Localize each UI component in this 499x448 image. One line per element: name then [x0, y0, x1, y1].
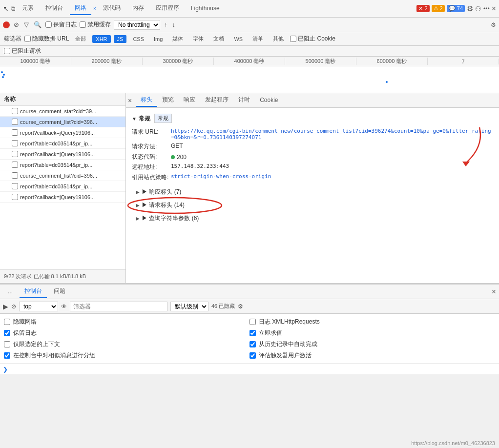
detail-close-button[interactable]: ×: [128, 97, 132, 104]
list-item-checkbox-8[interactable]: [12, 194, 18, 200]
console-panel-close[interactable]: ×: [492, 287, 496, 296]
query-params-header[interactable]: ▶ ▶ 查询字符串参数 (6): [136, 213, 493, 224]
autocomplete-checkbox[interactable]: [250, 341, 256, 347]
tab-console[interactable]: 控制台: [41, 2, 68, 15]
stop-button[interactable]: ⊘: [11, 303, 16, 310]
detail-tab-preview[interactable]: 预览: [157, 94, 179, 107]
preserve-log-label[interactable]: 保留日志: [45, 20, 77, 29]
blocked-requests-label[interactable]: 已阻止请求: [4, 47, 41, 55]
list-item-checkbox-1[interactable]: [12, 119, 18, 125]
settings-icon[interactable]: ⚙: [467, 4, 473, 13]
filter-all[interactable]: 全部: [72, 34, 89, 43]
list-item-checkbox-2[interactable]: [12, 129, 18, 136]
list-item-checkbox-7[interactable]: [12, 183, 18, 189]
list-item-checkbox-0[interactable]: [12, 108, 18, 114]
console-tab-issues[interactable]: 问题: [49, 285, 70, 298]
list-item-checkbox-4[interactable]: [12, 151, 18, 157]
stop-recording-icon[interactable]: ⊘: [13, 20, 20, 29]
preserve-log-checkbox[interactable]: [45, 21, 52, 28]
list-item-checkbox-3[interactable]: [12, 140, 18, 146]
list-item-selected[interactable]: course_comment_list?cid=396...: [0, 117, 125, 127]
tab-network[interactable]: 网络: [70, 2, 91, 15]
tab-application[interactable]: 应用程序: [151, 2, 184, 15]
msg-icon: 💬: [449, 5, 456, 11]
list-item[interactable]: course_comment_stat?cid=39...: [0, 106, 125, 117]
network-settings-icon[interactable]: ⚙: [491, 21, 496, 28]
filter-font[interactable]: 字体: [189, 34, 207, 43]
filter-img[interactable]: Img: [150, 35, 166, 43]
tab-source[interactable]: 源代码: [98, 2, 125, 15]
filter-js[interactable]: JS: [114, 35, 127, 43]
tab-network-close[interactable]: ×: [93, 6, 96, 11]
disable-cache-label[interactable]: 禁用缓存: [80, 20, 111, 29]
hide-url-checkbox[interactable]: [24, 36, 31, 42]
user-activation-checkbox[interactable]: [250, 352, 256, 359]
tab-memory[interactable]: 内存: [127, 2, 149, 15]
eye-icon[interactable]: 👁: [61, 303, 67, 310]
hide-url-label[interactable]: 隐藏数据 URL: [24, 35, 69, 43]
profile-icon[interactable]: ⚇: [475, 5, 481, 13]
filter-icon[interactable]: ▽: [23, 20, 30, 29]
detail-tab-initiator[interactable]: 发起程序: [200, 94, 233, 107]
record-button[interactable]: [3, 21, 10, 28]
close-icon[interactable]: ×: [492, 4, 496, 13]
detail-tab-response[interactable]: 响应: [179, 94, 200, 107]
list-item-checkbox-6[interactable]: [12, 172, 18, 179]
filter-manifest[interactable]: 清单: [249, 34, 267, 43]
filter-other[interactable]: 其他: [270, 34, 287, 43]
upload-icon[interactable]: ↑: [163, 20, 168, 29]
option-group-similar[interactable]: 在控制台中对相似消息进行分组: [4, 351, 250, 360]
option-autocomplete[interactable]: 从历史记录中自动完成: [250, 340, 495, 348]
console-tab-more[interactable]: ...: [3, 286, 18, 298]
hide-network-checkbox[interactable]: [4, 319, 10, 325]
list-item[interactable]: report?callback=jQuery19106...: [0, 192, 125, 203]
blocked-cookie-checkbox[interactable]: [290, 36, 296, 42]
console-tab-console[interactable]: 控制台: [20, 285, 47, 298]
console-settings-icon[interactable]: ⚙: [238, 303, 243, 310]
throttle-select[interactable]: No throttling: [114, 20, 160, 30]
log-xhr-checkbox[interactable]: [250, 319, 256, 325]
group-similar-checkbox[interactable]: [4, 352, 10, 359]
response-headers-header[interactable]: ▶ ▶ 响应标头 (7): [136, 186, 493, 198]
list-item[interactable]: report?callback=jQuery19106...: [0, 127, 125, 138]
more-icon[interactable]: •••: [483, 5, 490, 12]
execute-button[interactable]: ▶: [3, 303, 8, 310]
list-item[interactable]: report?table=dc03514&pr_ip...: [0, 160, 125, 170]
option-hide-network[interactable]: 隐藏网络: [4, 318, 250, 326]
list-item[interactable]: course_comment_list?cid=396...: [0, 170, 125, 181]
detail-tab-cookie[interactable]: Cookie: [255, 95, 283, 106]
filter-doc[interactable]: 文档: [210, 34, 228, 43]
option-selected-context[interactable]: 仅限选定的上下文: [4, 340, 250, 348]
request-headers-header[interactable]: ▶ ▶ 请求标头 (14): [136, 200, 493, 211]
option-log-xhr[interactable]: 日志 XMLHttpRequests: [250, 318, 495, 326]
list-item[interactable]: report?table=dc03514&pr_ip...: [0, 138, 125, 149]
filter-xhr[interactable]: XHR: [92, 35, 110, 43]
list-item[interactable]: report?callback=jQuery19106...: [0, 149, 125, 160]
detail-tab-timing[interactable]: 计时: [233, 94, 255, 107]
option-preserve-log[interactable]: 保留日志: [4, 329, 250, 337]
option-user-activation[interactable]: 评估触发器用户激活: [250, 351, 495, 360]
dock-icon[interactable]: ⧉: [11, 5, 15, 13]
filter-ws[interactable]: WS: [230, 35, 246, 43]
download-icon[interactable]: ↓: [171, 20, 177, 29]
selected-context-checkbox[interactable]: [4, 341, 10, 347]
blocked-cookie-label[interactable]: 已阻止 Cookie: [290, 35, 335, 43]
level-select[interactable]: 默认级别: [170, 302, 208, 311]
preserve-log-checkbox[interactable]: [4, 330, 10, 336]
eager-eval-checkbox[interactable]: [250, 330, 256, 336]
option-eager-eval[interactable]: 立即求值: [250, 329, 495, 337]
timeline-chart[interactable]: [0, 66, 499, 93]
tab-element[interactable]: 元素: [17, 2, 39, 15]
general-header[interactable]: ▼ 常规: [132, 115, 150, 123]
detail-tab-headers[interactable]: 标头: [136, 94, 157, 107]
tab-lighthouse[interactable]: Lighthouse: [186, 3, 225, 15]
list-item-checkbox-5[interactable]: [12, 162, 18, 168]
disable-cache-checkbox[interactable]: [80, 21, 86, 28]
list-item[interactable]: report?table=dc03514&pr_ip...: [0, 181, 125, 192]
console-filter-input[interactable]: [70, 302, 167, 311]
filter-media[interactable]: 媒体: [169, 34, 187, 43]
context-select[interactable]: top: [19, 302, 58, 311]
search-icon[interactable]: 🔍: [33, 20, 42, 29]
filter-css[interactable]: CSS: [129, 35, 147, 43]
blocked-requests-checkbox[interactable]: [4, 48, 10, 54]
